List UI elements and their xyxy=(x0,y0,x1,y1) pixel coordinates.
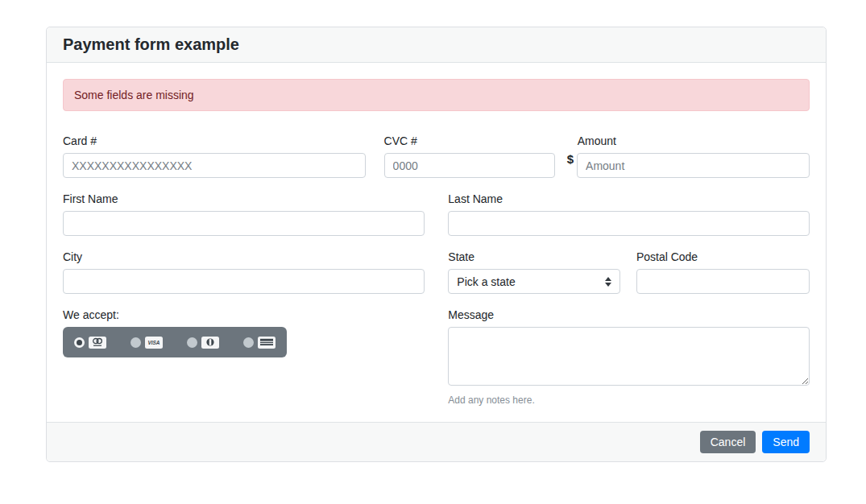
card-footer: Cancel Send xyxy=(47,422,826,461)
city-input[interactable] xyxy=(63,269,425,294)
cvc-input[interactable] xyxy=(384,153,555,178)
diners-icon xyxy=(201,337,219,349)
city-group: City xyxy=(63,250,425,294)
postal-code-label: Postal Code xyxy=(636,250,810,263)
state-select[interactable]: Pick a state xyxy=(448,269,620,294)
cvc-label: CVC # xyxy=(384,134,555,147)
accept-radio[interactable] xyxy=(187,337,197,348)
cancel-button[interactable]: Cancel xyxy=(700,431,756,453)
message-label: Message xyxy=(448,308,810,321)
error-alert: Some fields are missing xyxy=(63,79,810,111)
row-accept-message: We accept: xyxy=(63,308,810,406)
postal-code-group: Postal Code xyxy=(636,250,810,294)
row-names: First Name Last Name xyxy=(63,192,810,236)
state-select-value: Pick a state xyxy=(457,275,515,288)
card-header: Payment form example xyxy=(47,27,826,63)
row-city-state-postal: City State Pick a state Postal Code xyxy=(63,250,810,294)
error-alert-text: Some fields are missing xyxy=(74,89,194,101)
last-name-label: Last Name xyxy=(448,192,810,205)
card-number-input[interactable] xyxy=(63,153,366,178)
select-arrows-icon xyxy=(605,277,611,287)
accept-group: We accept: xyxy=(63,308,425,406)
row-card-cvc-amount: Card # CVC # Amount $ xyxy=(63,134,810,178)
first-name-input[interactable] xyxy=(63,211,425,236)
accept-radio[interactable] xyxy=(74,337,85,348)
accept-option-visa[interactable]: VISA xyxy=(131,337,163,349)
state-label: State xyxy=(448,250,620,263)
svg-text:VISA: VISA xyxy=(148,340,160,345)
accept-option-mastercard[interactable] xyxy=(74,337,106,349)
accept-option-diners[interactable] xyxy=(187,337,219,349)
first-name-label: First Name xyxy=(63,192,425,205)
mastercard-icon xyxy=(89,337,106,349)
last-name-group: Last Name xyxy=(448,192,810,236)
card-number-label: Card # xyxy=(63,134,366,147)
message-help-text: Add any notes here. xyxy=(448,395,810,406)
we-accept-label: We accept: xyxy=(63,308,425,321)
dollar-prefix: $ xyxy=(567,154,574,165)
accept-radio[interactable] xyxy=(131,337,141,348)
cvc-group: CVC # xyxy=(384,134,555,178)
amex-icon xyxy=(258,337,276,349)
message-textarea[interactable] xyxy=(448,327,810,386)
last-name-input[interactable] xyxy=(448,211,810,236)
state-group: State Pick a state xyxy=(448,250,620,294)
first-name-group: First Name xyxy=(63,192,425,236)
payment-form-card: Payment form example Some fields are mis… xyxy=(46,27,827,462)
send-button[interactable]: Send xyxy=(762,431,810,453)
message-group: Message Add any notes here. xyxy=(448,308,810,406)
amount-label: Amount xyxy=(578,134,810,147)
card-number-group: Card # xyxy=(63,134,366,178)
accept-radio[interactable] xyxy=(243,337,254,348)
visa-icon: VISA xyxy=(145,337,163,349)
city-label: City xyxy=(63,250,425,263)
postal-code-input[interactable] xyxy=(636,269,810,294)
amount-input[interactable] xyxy=(577,153,810,178)
amount-group: Amount $ xyxy=(567,134,810,178)
page-title: Payment form example xyxy=(63,35,810,54)
card-body: Some fields are missing Card # CVC # Amo… xyxy=(47,63,826,422)
accept-option-amex[interactable] xyxy=(243,337,276,349)
accepted-cards-box: VISA xyxy=(63,327,287,357)
amount-input-group: $ xyxy=(567,153,810,178)
